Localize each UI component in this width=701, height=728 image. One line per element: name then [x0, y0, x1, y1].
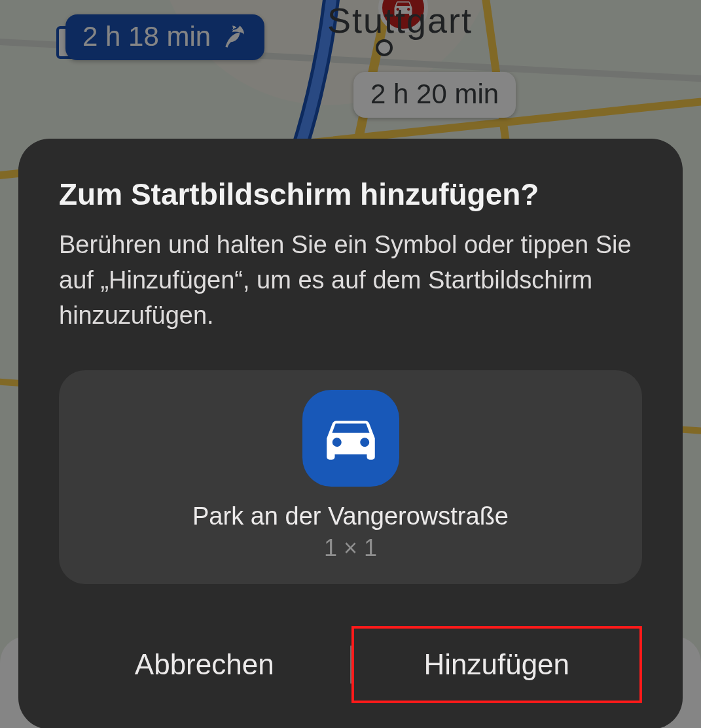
add-to-homescreen-dialog: Zum Startbildschirm hinzufügen? Berühren… — [18, 139, 683, 728]
widget-icon-container[interactable] — [302, 390, 399, 487]
widget-size: 1 × 1 — [72, 534, 629, 562]
cancel-button[interactable]: Abbrechen — [59, 626, 350, 703]
widget-preview-card[interactable]: Park an der Vangerowstraße 1 × 1 — [59, 370, 642, 584]
dialog-body: Berühren und halten Sie ein Symbol oder … — [59, 228, 642, 334]
car-icon — [319, 406, 383, 470]
widget-name: Park an der Vangerowstraße — [72, 502, 629, 530]
dialog-title: Zum Startbildschirm hinzufügen? — [59, 177, 642, 212]
confirm-button[interactable]: Hinzufügen — [351, 626, 643, 703]
dialog-actions: Abbrechen Hinzufügen — [59, 626, 642, 703]
